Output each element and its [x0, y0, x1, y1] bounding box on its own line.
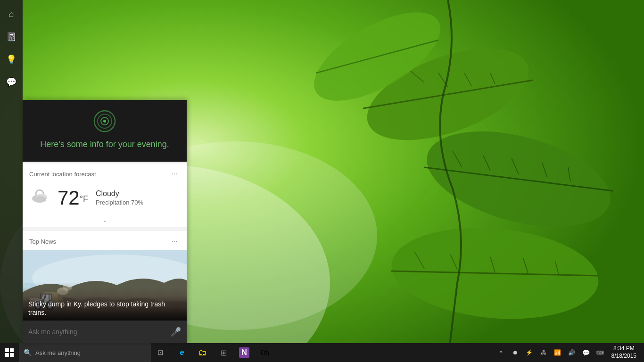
- sidebar-item-feedback[interactable]: 💬: [1, 72, 22, 92]
- systray-wifi[interactable]: 📶: [551, 343, 564, 362]
- taskbar-right: ^ ⏺ ⚡ 🖧 📶 🔊 💬 ⌨ 8:34: [495, 343, 644, 362]
- sidebar-item-reminders[interactable]: 💡: [1, 49, 22, 70]
- task-view-button[interactable]: ⊡: [151, 343, 170, 362]
- taskbar-clock[interactable]: 8:34 PM 8/18/2015: [608, 345, 640, 360]
- calculator-icon: ⊞: [221, 348, 227, 357]
- bluetooth-icon: ⚡: [526, 349, 533, 356]
- weather-icon: [29, 185, 50, 210]
- weather-card-title: Current location forecast: [29, 171, 96, 178]
- microphone-icon[interactable]: 🎤: [171, 327, 181, 337]
- weather-detail: Cloudy Precipitation 70%: [96, 189, 143, 206]
- systray-volume[interactable]: 🔊: [565, 343, 578, 362]
- weather-temperature: 72: [58, 187, 80, 209]
- store-icon: 🛍: [261, 348, 269, 358]
- desktop: ⌂ 📓 💡 💬 Here's some info for your evenin…: [0, 0, 644, 362]
- news-card-header: Top News ···: [23, 231, 187, 250]
- action-center-icon: 💬: [582, 349, 590, 356]
- cortana-header: Here's some info for your evening.: [23, 100, 187, 162]
- sidebar-item-home[interactable]: ⌂: [1, 4, 22, 25]
- weather-condition: Cloudy: [96, 189, 143, 198]
- cortana-logo: [93, 109, 116, 133]
- chevron-down-icon: ⌄: [102, 217, 107, 223]
- keyboard-icon: ⌨: [596, 350, 604, 356]
- search-icon: 🔍: [24, 349, 32, 356]
- cortana-sidebar: ⌂ 📓 💡 💬: [0, 0, 23, 343]
- news-image-container[interactable]: Stinky dump in Ky. pledges to stop takin…: [23, 250, 187, 321]
- weather-precipitation: Precipitation 70%: [96, 199, 143, 206]
- taskbar-search-placeholder: Ask me anything: [35, 349, 81, 356]
- cortana-greeting: Here's some info for your evening.: [40, 139, 169, 150]
- svg-point-28: [103, 120, 106, 123]
- cortana-panel: Here's some info for your evening. Curre…: [23, 100, 187, 343]
- weather-body: 72°F Cloudy Precipitation 70%: [23, 182, 187, 215]
- taskbar-app-calculator[interactable]: ⊞: [213, 343, 234, 362]
- cortana-search-input[interactable]: [28, 328, 167, 336]
- network-icon: 🖧: [541, 349, 546, 356]
- volume-icon: 🔊: [568, 349, 575, 356]
- home-icon: ⌂: [9, 9, 14, 19]
- taskbar-app-store[interactable]: 🛍: [255, 343, 275, 362]
- edge-icon: e: [180, 348, 184, 357]
- svg-point-43: [57, 288, 68, 295]
- systray-keyboard[interactable]: ⌨: [594, 343, 607, 362]
- windows-logo-icon: [5, 348, 14, 357]
- taskbar-search[interactable]: 🔍 Ask me anything: [19, 343, 151, 362]
- taskbar: 🔍 Ask me anything ⊡ e 🗂 ⊞ N 🛍: [0, 343, 644, 362]
- file-explorer-icon: 🗂: [198, 348, 207, 358]
- taskbar-app-onenote[interactable]: N: [234, 343, 255, 362]
- onenote-icon: N: [239, 347, 249, 358]
- systray-chevron[interactable]: ^: [495, 343, 508, 362]
- systray-bluetooth[interactable]: ⚡: [523, 343, 536, 362]
- clock-time: 8:34 PM: [613, 345, 635, 353]
- weather-more-button[interactable]: ···: [169, 168, 180, 180]
- news-card: Top News ···: [23, 231, 187, 321]
- taskbar-apps: e 🗂 ⊞ N 🛍: [172, 343, 275, 362]
- wifi-icon: 📶: [554, 349, 561, 356]
- record-icon: ⏺: [512, 349, 518, 356]
- weather-expand-button[interactable]: ⌄: [23, 215, 187, 227]
- sidebar-item-notebook[interactable]: 📓: [1, 26, 22, 47]
- news-headline[interactable]: Stinky dump in Ky. pledges to stop takin…: [23, 296, 187, 321]
- chevron-up-icon: ^: [500, 349, 503, 356]
- taskbar-app-explorer[interactable]: 🗂: [192, 343, 213, 362]
- task-view-icon: ⊡: [157, 348, 164, 357]
- weather-card-header: Current location forecast ···: [23, 164, 187, 182]
- systray-network[interactable]: 🖧: [537, 343, 550, 362]
- systray-action-center[interactable]: 💬: [579, 343, 593, 362]
- systray-record[interactable]: ⏺: [509, 343, 522, 362]
- weather-card: Current location forecast ··· 72°F Clou: [23, 164, 187, 227]
- start-button[interactable]: [0, 343, 19, 362]
- notebook-icon: 📓: [6, 32, 17, 42]
- weather-unit: °F: [80, 194, 88, 203]
- reminders-icon: 💡: [6, 54, 17, 65]
- clock-date: 8/18/2015: [611, 353, 636, 360]
- taskbar-app-edge[interactable]: e: [172, 343, 192, 362]
- svg-point-44: [63, 284, 72, 291]
- cortana-searchbar[interactable]: 🎤: [23, 321, 187, 343]
- news-more-button[interactable]: ···: [169, 236, 180, 247]
- feedback-icon: 💬: [6, 77, 17, 87]
- news-card-title: Top News: [29, 238, 56, 245]
- weather-temp-display: 72°F: [58, 188, 88, 208]
- svg-point-32: [33, 196, 46, 203]
